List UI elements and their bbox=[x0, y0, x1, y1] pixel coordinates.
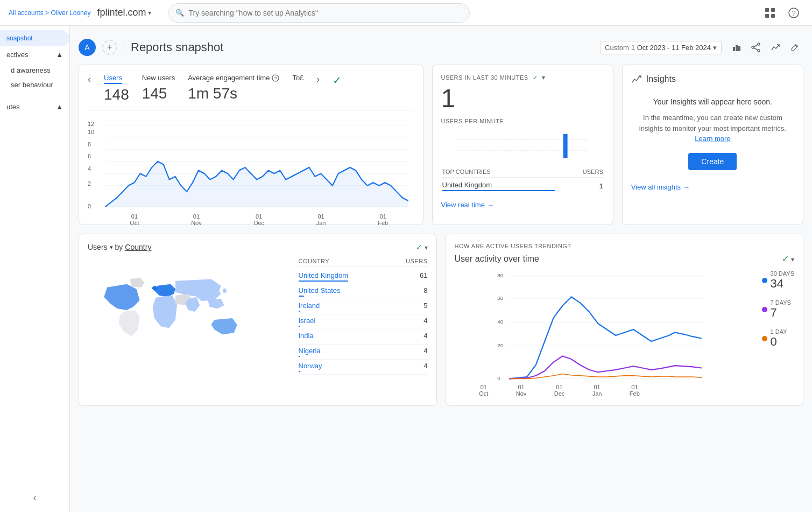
realtime-dropdown-button[interactable]: ▾ bbox=[542, 74, 545, 81]
world-map-svg bbox=[88, 258, 260, 366]
insights-tagline: Your Insights will appear here soon. bbox=[631, 97, 794, 106]
realtime-status-icon: ✓ bbox=[533, 74, 538, 81]
date-range-selector[interactable]: Custom 1 Oct 2023 - 11 Feb 2024 ▾ bbox=[600, 41, 722, 54]
top-cards-row: ‹ Users 148 New users 145 Average engage… bbox=[79, 65, 803, 225]
uk-bar bbox=[299, 280, 349, 282]
search-bar[interactable]: 🔍 bbox=[168, 3, 470, 23]
x-label-nov: 01Nov bbox=[191, 213, 202, 226]
sidebar-section-objectives[interactable]: ectives ▲ bbox=[0, 46, 69, 63]
share-icon[interactable] bbox=[747, 39, 765, 56]
country-list: COUNTRY USERS United Kingdom 61 United S… bbox=[299, 258, 428, 375]
svg-rect-7 bbox=[736, 45, 738, 51]
act-x-nov: 01Nov bbox=[516, 384, 527, 397]
country-row-nigeria: Nigeria 4 bbox=[299, 345, 428, 360]
trend-icon[interactable] bbox=[767, 39, 784, 56]
svg-rect-8 bbox=[738, 46, 740, 51]
bar-chart-icon[interactable] bbox=[728, 39, 745, 56]
country-row-uk: United Kingdom 1 bbox=[442, 179, 603, 193]
svg-text:?: ? bbox=[792, 9, 795, 17]
date-range: Custom 1 Oct 2023 - 11 Feb 2024 ▾ bbox=[600, 41, 722, 54]
activity-chart-svg: 80 60 40 20 0 bbox=[455, 270, 795, 389]
users-per-minute-chart bbox=[441, 129, 604, 161]
metrics-next-button[interactable]: › bbox=[316, 74, 320, 85]
apps-icon[interactable] bbox=[760, 3, 780, 23]
metric-engagement[interactable]: Average engagement time ? 1m 57s bbox=[188, 74, 279, 102]
add-property-button[interactable]: + bbox=[102, 40, 117, 55]
users-chart: 12 10 8 6 4 2 0 bbox=[88, 119, 414, 216]
svg-rect-34 bbox=[563, 134, 567, 158]
metrics-row: ‹ Users 148 New users 145 Average engage… bbox=[88, 74, 414, 110]
metrics-check-icon: ✓ bbox=[333, 74, 342, 87]
header-actions bbox=[728, 39, 803, 56]
country-row-israel: Israel 4 bbox=[299, 314, 428, 329]
country-row-norway: Norway 4 bbox=[299, 360, 428, 375]
country-row-uk: United Kingdom 61 bbox=[299, 269, 428, 284]
users-dropdown-icon: ▾ bbox=[110, 244, 113, 251]
sidebar-collapse-button[interactable]: ‹ bbox=[33, 492, 37, 503]
india-bar bbox=[299, 341, 300, 342]
svg-point-10 bbox=[752, 46, 754, 48]
search-input[interactable] bbox=[188, 9, 463, 17]
nigeria-bar bbox=[299, 356, 300, 357]
svg-line-13 bbox=[754, 48, 758, 50]
svg-text:8: 8 bbox=[88, 141, 91, 147]
country-link[interactable]: Country bbox=[125, 243, 151, 251]
ireland-bar bbox=[299, 311, 300, 312]
insights-header: Insights bbox=[631, 74, 794, 85]
nav-actions: ? bbox=[760, 3, 803, 23]
calendar-dropdown-icon: ▾ bbox=[713, 44, 717, 52]
map-table-container: COUNTRY USERS United Kingdom 61 United S… bbox=[88, 258, 428, 375]
edit-icon[interactable] bbox=[786, 39, 803, 56]
sidebar-section-minutes[interactable]: utes ▲ bbox=[0, 99, 69, 115]
activity-chart-container: 30 DAYS 34 7 DAYS 7 1 bbox=[455, 270, 795, 397]
users-by-country-title: Users ▾ by Country ✓ ▾ bbox=[88, 243, 428, 251]
sidebar-item-awareness[interactable]: d awareness bbox=[0, 63, 69, 78]
svg-text:12: 12 bbox=[88, 121, 94, 127]
world-map bbox=[88, 258, 290, 375]
activity-dropdown-button[interactable]: ▾ bbox=[791, 256, 794, 263]
realtime-card: USERS IN LAST 30 MINUTES ✓ ▾ 1 USERS PER… bbox=[432, 65, 613, 225]
uk-bar bbox=[442, 190, 556, 191]
svg-rect-6 bbox=[733, 47, 735, 51]
svg-text:6: 6 bbox=[88, 153, 91, 159]
x-label-feb: 01Feb bbox=[378, 213, 388, 226]
chevron-up-icon2: ▲ bbox=[56, 103, 63, 111]
arrow-right-icon2: → bbox=[683, 183, 690, 191]
avatar: A bbox=[79, 39, 96, 56]
top-countries-table: TOP COUNTRIES USERS United Kingdom 1 bbox=[441, 167, 604, 194]
svg-text:4: 4 bbox=[88, 165, 91, 171]
svg-text:10: 10 bbox=[88, 129, 94, 135]
metrics-prev-button[interactable]: ‹ bbox=[88, 74, 91, 85]
account-dropdown-icon: ▾ bbox=[148, 9, 151, 17]
view-all-insights-link[interactable]: View all insights → bbox=[631, 174, 794, 191]
act-x-jan: 01Jan bbox=[592, 384, 602, 397]
svg-text:?: ? bbox=[274, 76, 277, 81]
us-bar bbox=[299, 296, 304, 297]
metric-new-users[interactable]: New users 145 bbox=[142, 74, 175, 102]
create-insight-button[interactable]: Create bbox=[688, 153, 737, 170]
x-label-jan: 01Jan bbox=[316, 213, 326, 226]
sidebar-item-behaviour[interactable]: ser behaviour bbox=[0, 78, 69, 92]
svg-rect-0 bbox=[765, 8, 769, 12]
nav-account[interactable]: fplintel.com ▾ bbox=[97, 7, 151, 18]
norway-bar bbox=[299, 371, 300, 372]
help-icon[interactable]: ? bbox=[784, 3, 803, 23]
country-status-icon: ✓ ▾ bbox=[416, 243, 428, 251]
svg-text:0: 0 bbox=[88, 203, 91, 209]
metric-total[interactable]: To£ bbox=[292, 74, 303, 83]
learn-more-link[interactable]: Learn more bbox=[695, 135, 730, 143]
metric-users[interactable]: Users 148 bbox=[104, 74, 129, 103]
realtime-subheader: USERS PER MINUTE bbox=[441, 118, 604, 124]
view-realtime-link[interactable]: View real time → bbox=[441, 201, 604, 209]
sidebar-item-snapshot[interactable]: snapshot bbox=[0, 30, 69, 46]
top-nav: All accounts > Oliver Looney fplintel.co… bbox=[0, 0, 812, 26]
bottom-row: Users ▾ by Country ✓ ▾ bbox=[79, 234, 803, 406]
svg-text:20: 20 bbox=[497, 342, 504, 348]
svg-text:60: 60 bbox=[497, 295, 504, 301]
nav-breadcrumb: All accounts > Oliver Looney bbox=[9, 9, 90, 17]
realtime-value: 1 bbox=[441, 86, 604, 111]
country-card-dropdown-button[interactable]: ▾ bbox=[425, 244, 428, 251]
legend-7days: 7 DAYS 7 bbox=[762, 299, 794, 320]
x-label-dec: 01Dec bbox=[253, 213, 264, 226]
search-icon: 🔍 bbox=[175, 9, 184, 17]
